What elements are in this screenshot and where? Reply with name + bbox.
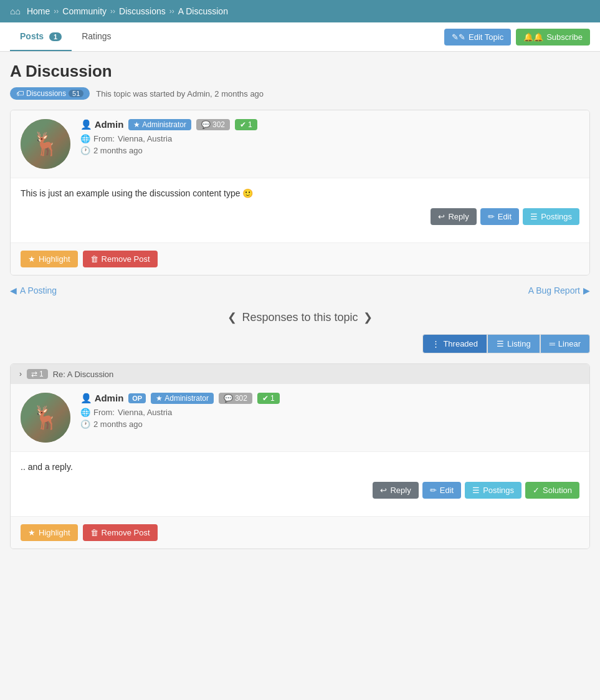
star-highlight-icon: ★ xyxy=(28,254,36,264)
reply-trash-icon: 🗑 xyxy=(90,528,98,537)
reply-post-header: 👤 Admin OP ★ Administrator 💬 302 ✔ 1 xyxy=(11,384,589,452)
tab-ratings-label: Ratings xyxy=(82,31,111,41)
breadcrumb-sep-3: › xyxy=(169,7,174,16)
reply-card: › ⇄ 1 Re: A Discussion 👤 Admin OP ★ xyxy=(10,363,590,549)
post-actions: ↩ Reply ✏ Edit ☰ Postings xyxy=(21,208,579,225)
msg-icon: 💬 xyxy=(201,120,211,129)
reply-user-meta-row: 🌐 From: Vienna, Austria 🕐 2 months ago xyxy=(80,408,579,429)
reply-globe-icon: 🌐 xyxy=(80,408,90,417)
tab-posts[interactable]: Posts 1 xyxy=(10,22,72,51)
reply-msg-icon: 💬 xyxy=(224,394,233,403)
threaded-button[interactable]: ⋮ Threaded xyxy=(422,334,487,353)
solution-icon: ✓ xyxy=(533,486,540,495)
reply-toggle[interactable]: › xyxy=(19,370,22,378)
trash-icon: 🗑 xyxy=(90,254,98,264)
reply-text: .. and a reply. xyxy=(21,462,579,472)
reply-actions: ↩ Reply ✏ Edit ☰ Postings ✓ Solution xyxy=(21,482,579,499)
highlight-button[interactable]: ★ Highlight xyxy=(21,251,78,267)
arrows-icon: ⇄ xyxy=(31,370,37,378)
reply-highlight-button[interactable]: ★ Highlight xyxy=(21,524,78,541)
reply-button[interactable]: ↩ Reply xyxy=(431,208,476,225)
reply-user-name: 👤 Admin xyxy=(80,393,123,404)
reply-user-icon: 👤 xyxy=(80,393,92,403)
user-time: 🕐 2 months ago xyxy=(80,146,579,155)
breadcrumb-home[interactable]: Home xyxy=(27,6,50,16)
chevron-down-left-icon: ❮ xyxy=(227,310,237,324)
reply-header-bar: › ⇄ 1 Re: A Discussion xyxy=(11,364,589,384)
check-icon: ✔ xyxy=(240,120,246,129)
page-title: A Discussion xyxy=(10,62,590,81)
reply-msg-count-badge: 💬 302 xyxy=(219,393,252,404)
prev-icon: ◀ xyxy=(10,285,17,295)
listing-button[interactable]: ☰ Listing xyxy=(487,334,540,353)
post-header: 👤 Admin ★ Administrator 💬 302 ✔ 1 xyxy=(11,110,589,178)
solution-button[interactable]: ✓ Solution xyxy=(525,482,579,499)
linear-icon: ═ xyxy=(550,339,555,348)
reply-num-badge: ⇄ 1 xyxy=(27,369,48,379)
remove-post-button[interactable]: 🗑 Remove Post xyxy=(83,251,158,267)
user-icon: 👤 xyxy=(80,119,92,130)
breadcrumb-sep-2: › xyxy=(110,7,115,16)
posts-count-badge: 1 xyxy=(49,32,62,41)
next-post-link[interactable]: A Bug Report ▶ xyxy=(528,285,590,295)
reply-star-highlight-icon: ★ xyxy=(28,528,36,537)
tab-posts-label: Posts xyxy=(20,31,44,41)
bell-icon: 🔔 xyxy=(523,32,543,42)
topic-tag[interactable]: 🏷 Discussions 51 xyxy=(10,87,90,100)
topic-meta: 🏷 Discussions 51 This topic was started … xyxy=(10,87,590,100)
breadcrumb-sep-1: › xyxy=(54,7,59,16)
reply-user-info: 👤 Admin OP ★ Administrator 💬 302 ✔ 1 xyxy=(80,393,579,429)
reply-clock-icon: 🕐 xyxy=(80,420,90,429)
msg-count-badge: 💬 302 xyxy=(196,119,230,130)
subscribe-label: Subscribe xyxy=(546,32,583,42)
tabs-right: ✎ Edit Topic 🔔 Subscribe xyxy=(444,29,590,46)
reply-admin-badge: ★ Administrator xyxy=(151,393,214,404)
thread-icon: ⋮ xyxy=(432,339,440,348)
page-content: A Discussion 🏷 Discussions 51 This topic… xyxy=(0,52,600,559)
breadcrumb-discussions[interactable]: Discussions xyxy=(119,6,166,16)
reply-check-icon: ✔ xyxy=(262,394,269,403)
reply-title: Re: A Discussion xyxy=(53,370,114,379)
post-nav: ◀ A Posting A Bug Report ▶ xyxy=(10,285,590,295)
edit-topic-button[interactable]: ✎ Edit Topic xyxy=(444,29,511,46)
reply-remove-post-button[interactable]: 🗑 Remove Post xyxy=(83,524,158,541)
avatar xyxy=(21,119,70,169)
reply-postings-button[interactable]: ☰ Postings xyxy=(465,482,521,499)
reply-avatar-image xyxy=(21,393,70,443)
listing-icon: ☰ xyxy=(497,339,504,348)
post-body: This is just an example using the discus… xyxy=(11,178,589,242)
reply-postings-icon: ☰ xyxy=(472,486,480,495)
clock-icon: 🕐 xyxy=(80,146,90,155)
reply-footer: ★ Highlight 🗑 Remove Post xyxy=(11,516,589,549)
linear-button[interactable]: ═ Linear xyxy=(540,334,590,353)
user-meta-row: 🌐 From: Vienna, Austria 🕐 2 months ago xyxy=(80,134,579,155)
reply-edit-button[interactable]: ✏ Edit xyxy=(422,482,461,499)
op-badge: OP xyxy=(128,393,146,403)
prev-post-link[interactable]: ◀ A Posting xyxy=(10,285,57,295)
reply-user-name-row: 👤 Admin OP ★ Administrator 💬 302 ✔ 1 xyxy=(80,393,579,404)
breadcrumb-community[interactable]: Community xyxy=(62,6,107,16)
edit-button[interactable]: ✏ Edit xyxy=(480,208,519,225)
reply-reply-button[interactable]: ↩ Reply xyxy=(373,482,418,499)
tabs-left: Posts 1 Ratings xyxy=(10,22,121,51)
reply-icon: ↩ xyxy=(438,212,445,221)
globe-icon: 🌐 xyxy=(80,134,90,143)
subscribe-button[interactable]: 🔔 Subscribe xyxy=(516,29,590,46)
breadcrumb: ⌂ Home › Community › Discussions › A Dis… xyxy=(0,0,600,22)
breadcrumb-current: A Discussion xyxy=(178,6,228,16)
post-text: This is just an example using the discus… xyxy=(21,188,579,198)
edit-topic-label: Edit Topic xyxy=(469,32,503,42)
postings-button[interactable]: ☰ Postings xyxy=(523,208,579,225)
next-icon: ▶ xyxy=(583,285,590,295)
reply-user-location: 🌐 From: Vienna, Austria xyxy=(80,408,579,417)
tag-count: 51 xyxy=(69,90,83,97)
postings-icon: ☰ xyxy=(530,212,538,221)
user-name-row: 👤 Admin ★ Administrator 💬 302 ✔ 1 xyxy=(80,119,579,130)
topic-started-text: This topic was started by Admin, 2 month… xyxy=(96,89,264,98)
reply-avatar xyxy=(21,393,70,443)
view-buttons: ⋮ Threaded ☰ Listing ═ Linear xyxy=(10,334,590,353)
user-name: 👤 Admin xyxy=(80,119,123,130)
check-count-badge: ✔ 1 xyxy=(235,119,257,130)
tab-ratings[interactable]: Ratings xyxy=(72,22,121,51)
post-footer: ★ Highlight 🗑 Remove Post xyxy=(11,242,589,275)
